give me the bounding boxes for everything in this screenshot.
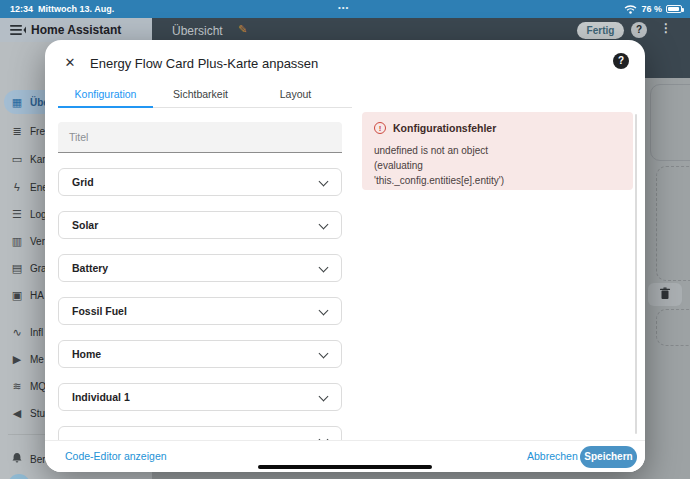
sidebar-item-label: Ver <box>30 236 45 247</box>
hacs-icon: ▣ <box>4 289 30 302</box>
section-panel-label: Solar <box>72 219 98 231</box>
section-panel-label: Individual 1 <box>72 391 130 403</box>
menu-open-icon[interactable] <box>9 24 27 36</box>
list-icon: ☰ <box>4 208 30 221</box>
view-title: Übersicht <box>172 24 223 38</box>
layers-icon: ≣ <box>4 125 30 138</box>
trash-icon <box>659 286 671 304</box>
wifi-icon <box>624 0 637 18</box>
date: Mittwoch 13. Aug. <box>38 4 114 14</box>
close-icon[interactable]: ✕ <box>60 53 80 73</box>
chevron-down-icon <box>319 349 329 359</box>
ios-status-bar: 12:34 Mittwoch 13. Aug. ••• 76 % <box>0 0 690 18</box>
sidebar-item-label: MQ <box>30 381 46 392</box>
mqtt-icon: ≋ <box>4 380 30 393</box>
tab-bar: KonfigurationSichtbarkeitLayout <box>58 84 352 108</box>
save-button[interactable]: Speichern <box>580 446 637 468</box>
media-icon: ▶ <box>4 353 30 366</box>
section-panel-label: Home <box>72 348 101 360</box>
home-indicator[interactable] <box>258 465 432 469</box>
chevron-down-icon <box>319 306 329 316</box>
code-icon: ◀ <box>4 407 30 420</box>
lightning-icon: ϟ <box>4 181 30 193</box>
chart-box-icon: ▥ <box>4 235 30 248</box>
chevron-down-icon <box>319 263 329 273</box>
show-code-editor-button[interactable]: Code-Editor anzeigen <box>65 450 167 462</box>
card-icon: ▭ <box>4 153 30 166</box>
error-message: undefined is not an object (evaluating '… <box>374 143 504 188</box>
done-button[interactable]: Fertig <box>577 22 624 39</box>
battery-percent: 76 % <box>641 4 662 14</box>
user-avatar: DS <box>8 474 30 479</box>
battery-icon <box>666 5 682 13</box>
sidebar-item-label: Infl <box>30 327 43 338</box>
title-input[interactable]: Titel <box>58 122 342 153</box>
view-dashboard-icon: ▦ <box>4 96 30 109</box>
chevron-down-icon <box>319 392 329 402</box>
edit-pencil-icon[interactable]: ✎ <box>238 23 247 36</box>
status-dots: ••• <box>338 3 349 12</box>
section-panel-label: Battery <box>72 262 108 274</box>
sidebar-item-user[interactable]: DS Die <box>4 473 148 479</box>
app-title: Home Assistant <box>31 23 121 37</box>
tab-layout[interactable]: Layout <box>248 84 343 108</box>
screen: 12:34 Mittwoch 13. Aug. ••• 76 % Home As… <box>0 0 690 479</box>
overflow-menu-icon[interactable]: ⋮ <box>660 21 672 35</box>
dialog-scrollbar[interactable] <box>635 114 637 434</box>
chevron-down-icon <box>319 220 329 230</box>
config-error-card: ! Konfigurationsfehler undefined is not … <box>362 112 633 190</box>
delete-card-button[interactable] <box>648 283 682 306</box>
tab-konfiguration[interactable]: Konfiguration <box>58 84 153 108</box>
sidebar-item-label: Kar <box>30 154 46 165</box>
grafana-icon: ▤ <box>4 262 30 275</box>
bell-icon <box>4 452 30 466</box>
edit-card-dialog: ✕ Energy Flow Card Plus-Karte anpassen ?… <box>45 40 645 472</box>
dialog-title: Energy Flow Card Plus-Karte anpassen <box>90 56 318 71</box>
sidebar-header: Home Assistant <box>0 18 152 42</box>
alert-circle-icon: ! <box>374 122 386 134</box>
section-panel-label: Fossil Fuel <box>72 305 127 317</box>
clock: 12:34 <box>10 4 33 14</box>
sidebar-item-label: HA <box>30 290 44 301</box>
error-title: Konfigurationsfehler <box>393 122 496 134</box>
sidebar-item-label: Me <box>30 354 44 365</box>
section-panel-home[interactable]: Home <box>58 340 342 368</box>
section-panel-fossil-fuel[interactable]: Fossil Fuel <box>58 297 342 325</box>
toolbar-help-icon[interactable]: ? <box>631 22 647 38</box>
card-drop-zone[interactable] <box>656 309 690 346</box>
section-panel-solar[interactable]: Solar <box>58 211 342 239</box>
section-panel-individual-1[interactable]: Individual 1 <box>58 383 342 411</box>
tab-sichtbarkeit[interactable]: Sichtbarkeit <box>153 84 248 108</box>
dialog-help-icon[interactable]: ? <box>613 53 629 69</box>
chart-line-icon: ∿ <box>4 326 30 339</box>
sidebar-item-label: Stu <box>30 408 45 419</box>
card-drop-zone[interactable] <box>656 166 690 281</box>
section-panel-label: Grid <box>72 176 94 188</box>
section-panel-battery[interactable]: Battery <box>58 254 342 282</box>
chevron-down-icon <box>319 177 329 187</box>
sidebar-item-label: Fre <box>30 126 45 137</box>
title-input-placeholder: Titel <box>69 131 88 143</box>
section-panel-grid[interactable]: Grid <box>58 168 342 196</box>
card-placeholder[interactable] <box>650 84 690 161</box>
cancel-button[interactable]: Abbrechen <box>527 450 578 462</box>
